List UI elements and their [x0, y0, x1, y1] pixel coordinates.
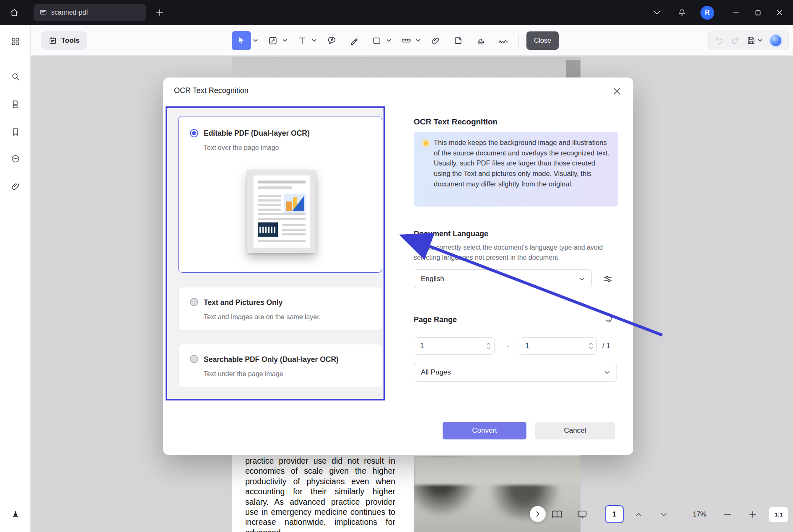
- close-mode-label: Close: [534, 37, 551, 44]
- app-logo-button[interactable]: [7, 505, 24, 523]
- attach-tool-button[interactable]: [428, 31, 443, 50]
- dialog-close-button[interactable]: [610, 84, 624, 98]
- text-tool-button[interactable]: [295, 31, 310, 50]
- window-maximize-button[interactable]: [747, 4, 769, 21]
- comment-pencil-icon: [327, 36, 337, 45]
- sidebar-item-bookmarks[interactable]: [7, 123, 24, 141]
- sidebar-item-thumbnails[interactable]: [7, 96, 24, 113]
- chevron-down-icon[interactable]: [758, 39, 762, 42]
- page-range-label: Page Range: [414, 315, 457, 324]
- save-icon: [746, 36, 756, 45]
- mode-info-box: This mode keeps the background image and…: [414, 132, 618, 207]
- measure-tool-button[interactable]: [399, 31, 414, 50]
- sticker-tool-button[interactable]: [451, 31, 466, 50]
- preview-page: [254, 176, 310, 248]
- window-close-button[interactable]: [769, 4, 790, 21]
- chevron-down-icon[interactable]: [253, 39, 258, 42]
- app-window: scanned-pdf R: [0, 0, 793, 532]
- save-button[interactable]: [746, 36, 756, 45]
- comment-tool-button[interactable]: [324, 31, 339, 50]
- new-tab-button[interactable]: [153, 5, 167, 20]
- close-icon: [613, 88, 621, 95]
- chevron-right-icon: [536, 511, 540, 517]
- number-stepper[interactable]: [487, 343, 490, 349]
- signature-tool-button[interactable]: [496, 31, 511, 50]
- page-icon: [11, 100, 20, 109]
- page-number-input[interactable]: [606, 506, 623, 522]
- ocr-mode-option-text-pictures[interactable]: Text and Pictures Only Text and images a…: [178, 287, 382, 331]
- option-title: Editable PDF (Dual-layer OCR): [204, 129, 310, 138]
- scanned-text-column: practice provider use did not result in …: [245, 456, 395, 532]
- stamp-tool-button[interactable]: [473, 31, 488, 50]
- range-start-input[interactable]: [414, 338, 494, 354]
- zoom-out-button[interactable]: [719, 506, 736, 523]
- sidebar-item-panels[interactable]: [7, 33, 24, 50]
- ocr-mode-option-editable-pdf[interactable]: Editable PDF (Dual-layer OCR) Text over …: [178, 116, 382, 273]
- chevron-down-icon[interactable]: [416, 39, 420, 42]
- sidebar-item-comments[interactable]: [7, 150, 24, 168]
- zoom-in-button[interactable]: [744, 506, 761, 523]
- next-page-button[interactable]: [655, 506, 672, 523]
- zoom-level-label: 17%: [687, 506, 713, 523]
- stamp-icon: [476, 36, 485, 45]
- page-scope-select[interactable]: All Pages: [414, 363, 617, 382]
- cancel-button[interactable]: Cancel: [535, 422, 615, 439]
- avatar[interactable]: R: [700, 6, 714, 20]
- range-separator: -: [503, 337, 513, 355]
- convert-button[interactable]: Convert: [443, 422, 526, 439]
- preview-line: [258, 218, 306, 220]
- ocr-mode-preview-image: [247, 170, 316, 253]
- tools-button[interactable]: Tools: [41, 31, 87, 50]
- chevron-down-icon[interactable]: [282, 39, 287, 42]
- language-settings-button[interactable]: [600, 271, 616, 287]
- shape-tool-button[interactable]: [369, 31, 384, 50]
- language-select[interactable]: English: [414, 269, 592, 288]
- range-end-field[interactable]: [519, 337, 597, 355]
- notifications-button[interactable]: [674, 5, 689, 20]
- preview-line: [258, 186, 292, 189]
- ocr-mode-option-searchable-pdf[interactable]: Searchable PDF Only (Dual-layer OCR) Tex…: [178, 344, 382, 388]
- window-minimize-button[interactable]: [725, 4, 747, 21]
- pen-tool-button[interactable]: [347, 31, 362, 50]
- redo-button[interactable]: [731, 36, 740, 45]
- avatar-letter: R: [705, 9, 710, 16]
- previous-page-button[interactable]: [630, 506, 647, 523]
- ai-assistant-button[interactable]: [769, 34, 783, 47]
- left-sidebar: [0, 25, 31, 532]
- page-number-box[interactable]: [605, 505, 624, 523]
- document-tab[interactable]: scanned-pdf: [34, 4, 146, 21]
- page-range-settings-icon[interactable]: [602, 312, 616, 325]
- range-start-field[interactable]: [414, 337, 495, 355]
- edit-tool-button[interactable]: [265, 31, 280, 50]
- actual-size-button[interactable]: 1:1: [769, 507, 789, 522]
- sidebar-item-attachments[interactable]: [7, 178, 24, 195]
- range-end-input[interactable]: [519, 338, 596, 354]
- reading-view-button[interactable]: [549, 506, 565, 523]
- presentation-view-button[interactable]: [574, 506, 591, 523]
- close-icon: [776, 9, 783, 16]
- preview-line: [282, 224, 306, 226]
- apps-grid-icon: [11, 37, 20, 46]
- option-subtitle: Text over the page image: [204, 144, 279, 152]
- collapse-toolbar-button[interactable]: [649, 5, 664, 20]
- actual-size-label: 1:1: [775, 511, 783, 518]
- sidebar-item-search[interactable]: [7, 68, 24, 85]
- radio-selected-icon[interactable]: [190, 129, 198, 137]
- select-tool-button[interactable]: [232, 31, 251, 50]
- chevron-down-icon[interactable]: [386, 39, 391, 42]
- preview-line: [258, 213, 306, 215]
- number-stepper[interactable]: [589, 343, 593, 349]
- chevron-down-icon[interactable]: [312, 39, 316, 42]
- select-tool-group: [232, 31, 258, 50]
- radio-unselected-icon[interactable]: [190, 355, 198, 363]
- expand-panel-button[interactable]: [530, 506, 546, 522]
- option-title: Text and Pictures Only: [204, 298, 282, 307]
- option-title: Searchable PDF Only (Dual-layer OCR): [204, 355, 339, 364]
- chevron-down-icon: [604, 371, 610, 374]
- radio-unselected-icon[interactable]: [190, 298, 198, 306]
- home-button[interactable]: [6, 4, 23, 21]
- close-mode-button[interactable]: Close: [526, 31, 559, 50]
- undo-button[interactable]: [715, 36, 724, 45]
- chevron-up-icon: [487, 343, 490, 345]
- tools-icon: [49, 36, 57, 45]
